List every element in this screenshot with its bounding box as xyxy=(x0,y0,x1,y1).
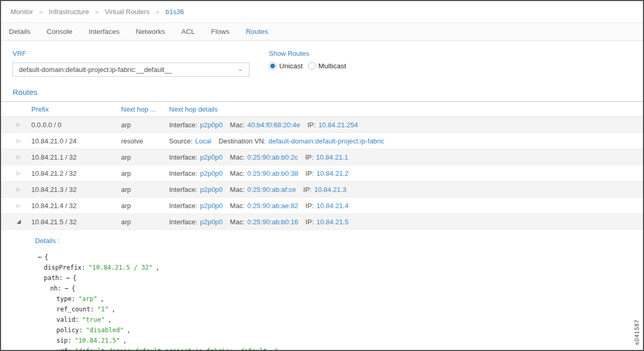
json-key: sip: xyxy=(56,337,71,344)
route-next-hop: arp xyxy=(121,186,169,193)
detail-label: IP: xyxy=(305,202,314,210)
route-next-hop-details: Interface:p2p0p0 Mac:0:25:90:ab:b0:2c IP… xyxy=(169,153,643,161)
ip-link[interactable]: 10.84.21.254 xyxy=(318,121,358,129)
ip-link[interactable]: 10.84.21.2 xyxy=(316,170,348,177)
json-comma: , xyxy=(112,306,115,313)
breadcrumb: Monitor > Infrastructure > Virtual Route… xyxy=(1,1,643,23)
route-next-hop-details: Interface:p2p0p0 Mac:0:25:90:ab:af:ce IP… xyxy=(169,186,643,193)
json-value: "10.84.21.5" xyxy=(75,337,120,344)
collapse-toggle-icon[interactable]: − xyxy=(38,253,41,261)
ip-link[interactable]: 10.84.21.1 xyxy=(316,153,348,161)
json-open-brace: { xyxy=(44,253,48,261)
multicast-radio[interactable] xyxy=(308,62,316,70)
breadcrumb-node-name[interactable]: b1s36 xyxy=(165,8,184,16)
route-next-hop: arp xyxy=(121,218,169,226)
tab-interfaces[interactable]: Interfaces xyxy=(89,28,120,35)
route-next-hop-details: Interface:p2p0p0 Mac:0:25:90:ab:b0:38 IP… xyxy=(169,170,643,177)
route-prefix: 10.84.21.0 / 24 xyxy=(17,137,121,145)
mac-link[interactable]: 0:25:90:ab:af:ce xyxy=(247,186,296,193)
chevron-down-icon: ⌄ xyxy=(237,65,243,72)
prefix-column-header[interactable]: Prefix xyxy=(17,105,121,113)
mac-link[interactable]: 40:b4:f0:68:20:4e xyxy=(247,121,300,129)
json-key: policy: xyxy=(56,326,83,334)
route-next-hop: arp xyxy=(121,153,169,161)
next-hop-column-header[interactable]: Next hop ... xyxy=(121,105,169,113)
tab-acl[interactable]: ACL xyxy=(181,28,195,35)
mac-link[interactable]: 0:25:90:ab:b0:2c xyxy=(247,153,298,161)
json-key: vrf: xyxy=(56,347,71,351)
multicast-radio-label[interactable]: Multicast xyxy=(318,62,346,70)
ip-link[interactable]: 10.84.21.5 xyxy=(316,218,348,226)
detail-label: Mac: xyxy=(230,153,245,161)
table-row[interactable]: ▷ 10.84.21.1 / 32 arp Interface:p2p0p0 M… xyxy=(1,149,643,165)
details-panel-label: Details : xyxy=(35,237,643,245)
breadcrumb-monitor[interactable]: Monitor xyxy=(10,8,33,16)
tab-console[interactable]: Console xyxy=(46,28,73,35)
source-link[interactable]: Local xyxy=(195,137,211,145)
detail-label: IP: xyxy=(305,153,314,161)
tab-bar: Details Console Interfaces Networks ACL … xyxy=(1,23,643,41)
tab-flows[interactable]: Flows xyxy=(211,28,230,35)
breadcrumb-virtual-routers[interactable]: Virtual Routers xyxy=(105,8,150,16)
json-value: "arp" xyxy=(78,295,97,302)
json-comma: , xyxy=(127,326,130,334)
route-filter-controls: VRF default-domain:default-project:ip-fa… xyxy=(1,41,643,77)
detail-label: Source: xyxy=(169,137,193,145)
virtual-router-routes-page: Monitor > Infrastructure > Virtual Route… xyxy=(0,0,644,351)
table-row[interactable]: ▷ 10.84.21.2 / 32 arp Interface:p2p0p0 M… xyxy=(1,165,643,181)
interface-link[interactable]: p2p0p0 xyxy=(200,170,222,177)
table-row[interactable]: ▷ 10.84.21.0 / 24 resolve Source:Local D… xyxy=(1,133,643,149)
routes-section-title: Routes xyxy=(13,88,643,96)
ip-link[interactable]: 10.84.21.3 xyxy=(314,186,346,193)
chevron-right-icon: > xyxy=(95,9,98,15)
interface-link[interactable]: p2p0p0 xyxy=(200,202,222,210)
route-json-tree: − { dispPrefix: "10.84.21.5 / 32", path:… xyxy=(1,252,643,351)
json-line: sip: "10.84.21.5", xyxy=(1,335,643,346)
interface-link[interactable]: p2p0p0 xyxy=(200,186,222,193)
table-row[interactable]: ▷ 10.84.21.3 / 32 arp Interface:p2p0p0 M… xyxy=(1,181,643,198)
collapse-toggle-icon[interactable]: − xyxy=(66,274,69,282)
json-comma: , xyxy=(156,264,159,271)
tab-details[interactable]: Details xyxy=(9,28,30,35)
detail-label: Interface: xyxy=(169,170,197,177)
route-prefix: 10.84.21.3 / 32 xyxy=(17,186,121,193)
detail-label: IP: xyxy=(307,121,316,129)
detail-label: Interface: xyxy=(169,218,197,226)
interface-link[interactable]: p2p0p0 xyxy=(200,218,222,226)
route-type-radios: Unicast Multicast xyxy=(269,62,351,70)
mac-link[interactable]: 0:25:90:ab:b0:16 xyxy=(247,218,299,226)
tab-networks[interactable]: Networks xyxy=(136,28,165,35)
route-prefix: 10.84.21.5 / 32 xyxy=(17,218,121,226)
route-next-hop-details: Interface:p2p0p0 Mac:0:25:90:ab:b0:16 IP… xyxy=(169,218,643,226)
interface-link[interactable]: p2p0p0 xyxy=(200,153,222,161)
route-next-hop: arp xyxy=(121,170,169,177)
table-row[interactable]: ▷ 10.84.21.4 / 32 arp Interface:p2p0p0 M… xyxy=(1,198,643,214)
next-hop-details-column-header[interactable]: Next hop details xyxy=(169,105,643,113)
json-key: nh: xyxy=(50,285,62,292)
mac-link[interactable]: 0:25:90:ab:ae:82 xyxy=(247,202,299,210)
unicast-radio-label[interactable]: Unicast xyxy=(279,62,303,70)
route-prefix: 10.84.21.2 / 32 xyxy=(17,170,121,177)
unicast-radio[interactable] xyxy=(269,62,277,70)
ip-link[interactable]: 10.84.21.4 xyxy=(316,202,348,210)
json-open-brace: { xyxy=(73,274,76,282)
interface-link[interactable]: p2p0p0 xyxy=(200,121,222,129)
show-routes-label: Show Routes xyxy=(269,50,351,57)
detail-label: Mac: xyxy=(230,121,245,129)
table-row-expanded[interactable]: 10.84.21.5 / 32 arp Interface:p2p0p0 Mac… xyxy=(1,214,643,230)
detail-label: Interface: xyxy=(169,153,197,161)
chevron-right-icon: > xyxy=(156,9,159,15)
tab-routes[interactable]: Routes xyxy=(246,28,268,35)
mac-link[interactable]: 0:25:90:ab:b0:38 xyxy=(247,170,299,177)
collapse-toggle-icon[interactable]: − xyxy=(65,285,68,292)
breadcrumb-infrastructure[interactable]: Infrastructure xyxy=(49,8,89,16)
json-key: type: xyxy=(56,295,75,302)
json-comma: , xyxy=(123,337,127,344)
json-key: dispPrefix: xyxy=(44,264,85,271)
json-line: valid: "true", xyxy=(1,314,643,325)
route-next-hop: arp xyxy=(121,121,169,129)
vrf-dropdown[interactable]: default-domain:default-project:ip-fabric… xyxy=(13,63,249,77)
table-row[interactable]: ▷ 0.0.0.0 / 0 arp Interface:p2p0p0 Mac:4… xyxy=(1,117,643,133)
route-next-hop-details: Interface:p2p0p0 Mac:0:25:90:ab:ae:82 IP… xyxy=(169,202,643,210)
destination-vn-link[interactable]: default-domain:default-project:ip-fabric xyxy=(268,137,384,145)
